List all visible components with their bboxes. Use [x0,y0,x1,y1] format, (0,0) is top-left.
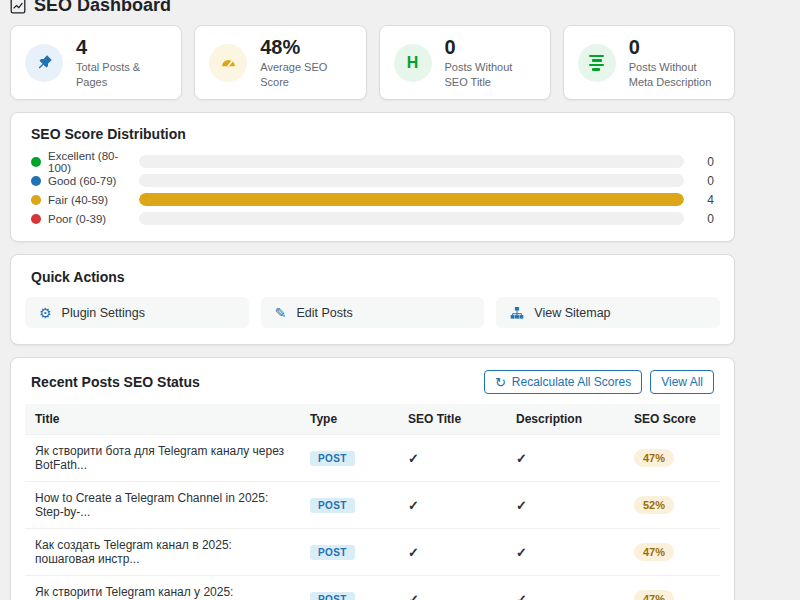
post-type-badge: POST [310,498,355,513]
stat-label: Total Posts & Pages [76,60,167,89]
pencil-icon: ✎ [275,306,287,320]
distribution-count: 0 [684,174,714,188]
seo-title-check-icon: ✓ [398,529,506,576]
post-title-link[interactable]: Як створити Telegram канал у 2025: покро… [25,576,300,600]
stat-value: 0 [445,36,536,59]
distribution-count: 0 [684,155,714,169]
good-dot-icon [31,176,41,186]
meta-lines-icon [578,44,616,82]
stat-label: Average SEO Score [260,60,351,89]
sitemap-icon [510,306,524,320]
column-header-seo-score: SEO Score [624,404,720,435]
post-type-badge: POST [310,592,355,600]
table-row: How to Create a Telegram Channel in 2025… [25,482,720,529]
distribution-count: 4 [684,193,714,207]
post-title-link[interactable]: Как создать Telegram канал в 2025: пошаг… [25,529,300,576]
seo-score-badge: 52% [634,496,674,514]
table-row: Як створити бота для Telegram каналу чер… [25,435,720,482]
page-header: SEO Dashboard [10,0,735,16]
column-header-type: Type [300,404,398,435]
seo-title-check-icon: ✓ [398,576,506,600]
action-label: Plugin Settings [62,306,145,320]
distribution-bar-track [139,155,684,168]
quick-actions-panel: Quick Actions ⚙ Plugin Settings ✎ Edit P… [10,254,735,345]
plugin-settings-button[interactable]: ⚙ Plugin Settings [25,297,249,328]
column-header-seo-title: SEO Title [398,404,506,435]
distribution-bar-fill [139,193,684,206]
distribution-row-fair: Fair (40-59) 4 [31,190,714,209]
recent-posts-panel: Recent Posts SEO Status ↻ Recalculate Al… [10,357,735,600]
stat-value: 0 [629,36,720,59]
table-row: Как создать Telegram канал в 2025: пошаг… [25,529,720,576]
distribution-row-poor: Poor (0-39) 0 [31,209,714,228]
table-row: Як створити Telegram канал у 2025: покро… [25,576,720,600]
distribution-label: Poor (0-39) [48,213,106,225]
seo-title-check-icon: ✓ [398,435,506,482]
gauge-icon [209,44,247,82]
quick-actions-title: Quick Actions [31,269,720,285]
view-all-button[interactable]: View All [650,370,714,394]
gear-icon: ⚙ [39,306,52,320]
stat-card-average-score: 48% Average SEO Score [194,25,366,100]
poor-dot-icon [31,214,41,224]
page-title: SEO Dashboard [34,0,171,16]
distribution-bar-track [139,174,684,187]
distribution-rows: Excellent (80-100) 0 Good (60-79) 0 Fair… [31,152,714,228]
stats-row: 4 Total Posts & Pages 48% Average SEO Sc… [10,25,735,100]
description-check-icon: ✓ [506,576,624,600]
pushpin-icon [25,44,63,82]
seo-score-badge: 47% [634,543,674,561]
recent-posts-table: Title Type SEO Title Description SEO Sco… [25,404,720,600]
seo-title-check-icon: ✓ [398,482,506,529]
distribution-label: Excellent (80-100) [48,150,139,174]
excellent-dot-icon [31,157,41,167]
recalculate-all-scores-button[interactable]: ↻ Recalculate All Scores [484,370,642,394]
stat-label: Posts Without Meta Description [629,60,720,89]
distribution-bar-track [139,193,684,206]
post-type-badge: POST [310,545,355,560]
distribution-label: Good (60-79) [48,175,116,187]
distribution-label: Fair (40-59) [48,194,108,206]
stat-value: 4 [76,36,167,59]
table-header-row: Title Type SEO Title Description SEO Sco… [25,404,720,435]
description-check-icon: ✓ [506,529,624,576]
column-header-title: Title [25,404,300,435]
distribution-title: SEO Score Distribution [31,126,714,142]
view-sitemap-button[interactable]: View Sitemap [496,297,720,328]
edit-posts-button[interactable]: ✎ Edit Posts [261,297,485,328]
fair-dot-icon [31,195,41,205]
seo-score-distribution-panel: SEO Score Distribution Excellent (80-100… [10,112,735,242]
heading-icon: H [394,44,432,82]
description-check-icon: ✓ [506,482,624,529]
distribution-bar-track [139,212,684,225]
action-label: View Sitemap [534,306,610,320]
post-title-link[interactable]: How to Create a Telegram Channel in 2025… [25,482,300,529]
seo-score-badge: 47% [634,590,674,600]
post-type-badge: POST [310,451,355,466]
stat-card-total-posts: 4 Total Posts & Pages [10,25,182,100]
column-header-description: Description [506,404,624,435]
recent-posts-title: Recent Posts SEO Status [31,374,200,390]
description-check-icon: ✓ [506,435,624,482]
stat-label: Posts Without SEO Title [445,60,536,89]
distribution-count: 0 [684,212,714,226]
refresh-icon: ↻ [495,376,506,389]
stat-card-no-seo-title: H 0 Posts Without SEO Title [379,25,551,100]
distribution-row-good: Good (60-79) 0 [31,171,714,190]
seo-score-badge: 47% [634,449,674,467]
stat-card-no-meta-description: 0 Posts Without Meta Description [563,25,735,100]
dashboard-content: SEO Dashboard 4 Total Posts & Pages 48% … [10,0,735,600]
chart-icon [10,0,26,14]
distribution-row-excellent: Excellent (80-100) 0 [31,152,714,171]
stat-value: 48% [260,36,351,59]
action-label: Edit Posts [296,306,352,320]
post-title-link[interactable]: Як створити бота для Telegram каналу чер… [25,435,300,482]
